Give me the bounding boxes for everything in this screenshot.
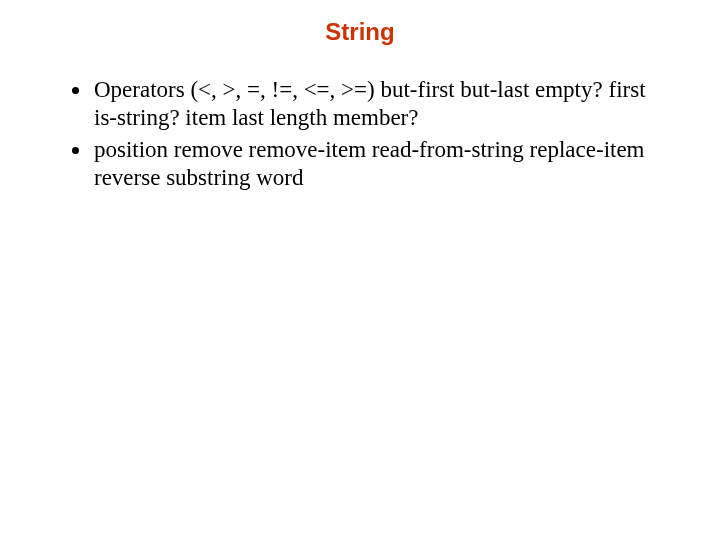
slide-title: String [60, 18, 660, 46]
bullet-list: Operators (<, >, =, !=, <=, >=) but-firs… [60, 76, 660, 192]
list-item: Operators (<, >, =, !=, <=, >=) but-firs… [92, 76, 660, 132]
list-item: position remove remove-item read-from-st… [92, 136, 660, 192]
slide: String Operators (<, >, =, !=, <=, >=) b… [0, 0, 720, 540]
